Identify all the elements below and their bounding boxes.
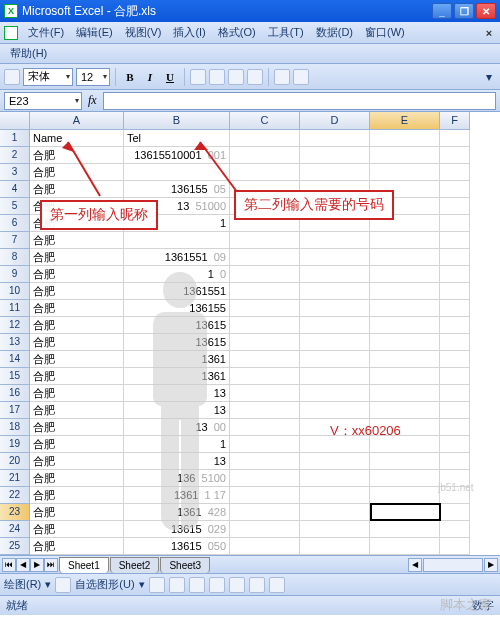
italic-button[interactable]: I — [141, 68, 159, 86]
row-header[interactable]: 6 — [0, 215, 30, 232]
cell[interactable] — [230, 351, 300, 368]
row-header[interactable]: 20 — [0, 453, 30, 470]
cell[interactable] — [370, 147, 440, 164]
col-header-d[interactable]: D — [300, 112, 370, 130]
menu-data[interactable]: 数据(D) — [310, 23, 359, 42]
cell[interactable] — [370, 130, 440, 147]
cell[interactable] — [230, 266, 300, 283]
cell[interactable] — [370, 300, 440, 317]
cell[interactable]: 合肥 — [30, 470, 124, 487]
sheet-tab-3[interactable]: Sheet3 — [160, 557, 210, 573]
cell[interactable]: 合肥 — [30, 249, 124, 266]
cell[interactable]: 13 — [124, 453, 230, 470]
cell[interactable] — [370, 470, 440, 487]
sheet-tab-1[interactable]: Sheet1 — [59, 557, 109, 573]
row-header[interactable]: 13 — [0, 334, 30, 351]
font-name-select[interactable]: 宋体 — [23, 68, 73, 86]
cell[interactable]: 1361551 — [124, 283, 230, 300]
cell[interactable] — [300, 147, 370, 164]
cell[interactable]: 合肥 — [30, 266, 124, 283]
cell[interactable]: 合肥 — [30, 164, 124, 181]
cell[interactable]: 合肥 — [30, 147, 124, 164]
row-header[interactable]: 17 — [0, 402, 30, 419]
row-header[interactable]: 16 — [0, 385, 30, 402]
tab-nav-prev[interactable]: ◀ — [16, 558, 30, 572]
row-header[interactable]: 19 — [0, 436, 30, 453]
cell[interactable]: 136 5100 — [124, 470, 230, 487]
cell[interactable] — [370, 487, 440, 504]
cell[interactable] — [230, 538, 300, 555]
col-header-e[interactable]: E — [370, 112, 440, 130]
cell[interactable]: 合肥 — [30, 402, 124, 419]
cell[interactable] — [440, 385, 470, 402]
cell[interactable] — [370, 368, 440, 385]
fx-label[interactable]: fx — [82, 93, 103, 108]
cell[interactable]: 1361 428 — [124, 504, 230, 521]
cell[interactable]: Name — [30, 130, 124, 147]
line-button[interactable] — [149, 577, 165, 593]
cell[interactable] — [300, 300, 370, 317]
cell[interactable] — [440, 249, 470, 266]
cell[interactable] — [440, 334, 470, 351]
cell[interactable]: 合肥 — [30, 385, 124, 402]
currency-button[interactable] — [274, 69, 290, 85]
row-header[interactable]: 23 — [0, 504, 30, 521]
fillcolor-button[interactable] — [269, 577, 285, 593]
row-header[interactable]: 5 — [0, 198, 30, 215]
cell[interactable] — [440, 436, 470, 453]
cell[interactable]: 合肥 — [30, 538, 124, 555]
row-header[interactable]: 22 — [0, 487, 30, 504]
cell[interactable]: 13615 050 — [124, 538, 230, 555]
cell[interactable] — [440, 317, 470, 334]
col-header-b[interactable]: B — [124, 112, 230, 130]
toolbar-overflow-button[interactable]: ▾ — [482, 70, 496, 84]
menu-format[interactable]: 格式(O) — [212, 23, 262, 42]
cell[interactable] — [230, 147, 300, 164]
cell[interactable] — [230, 470, 300, 487]
cell[interactable] — [300, 538, 370, 555]
cell[interactable] — [300, 453, 370, 470]
col-header-f[interactable]: F — [440, 112, 470, 130]
cell[interactable]: 合肥 — [30, 436, 124, 453]
cell[interactable] — [230, 249, 300, 266]
cell[interactable] — [230, 300, 300, 317]
cell[interactable]: 合肥 — [30, 521, 124, 538]
cell[interactable] — [440, 232, 470, 249]
cell[interactable]: 合肥 — [30, 487, 124, 504]
cell[interactable] — [300, 317, 370, 334]
cell[interactable] — [440, 368, 470, 385]
cell[interactable]: 合肥 — [30, 181, 124, 198]
cell[interactable] — [440, 147, 470, 164]
cell[interactable] — [230, 283, 300, 300]
draw-menu[interactable]: 绘图(R) — [4, 577, 41, 592]
cell[interactable]: 13615 — [124, 334, 230, 351]
col-header-c[interactable]: C — [230, 112, 300, 130]
select-all-corner[interactable] — [0, 112, 30, 130]
cell[interactable] — [440, 538, 470, 555]
cell[interactable]: 13615 — [124, 317, 230, 334]
cell[interactable] — [440, 402, 470, 419]
cell[interactable] — [124, 232, 230, 249]
cell[interactable] — [300, 521, 370, 538]
row-header[interactable]: 3 — [0, 164, 30, 181]
cell[interactable] — [440, 164, 470, 181]
row-header[interactable]: 25 — [0, 538, 30, 555]
cell[interactable]: 1361 1 17 — [124, 487, 230, 504]
name-box[interactable]: E23 — [4, 92, 82, 110]
autoshapes-menu[interactable]: 自选图形(U) — [75, 577, 134, 592]
cell[interactable] — [440, 300, 470, 317]
cell[interactable] — [230, 436, 300, 453]
cell[interactable] — [300, 368, 370, 385]
rect-button[interactable] — [189, 577, 205, 593]
cell[interactable]: 合肥 — [30, 368, 124, 385]
close-button[interactable]: ✕ — [476, 3, 496, 19]
cell[interactable] — [230, 368, 300, 385]
bold-button[interactable]: B — [121, 68, 139, 86]
row-header[interactable]: 4 — [0, 181, 30, 198]
cell[interactable] — [230, 402, 300, 419]
hscroll-track[interactable] — [423, 558, 483, 572]
select-objects-button[interactable] — [55, 577, 71, 593]
cell[interactable] — [440, 215, 470, 232]
cell[interactable]: 13615510001 001 — [124, 147, 230, 164]
cell[interactable]: 合肥 — [30, 351, 124, 368]
